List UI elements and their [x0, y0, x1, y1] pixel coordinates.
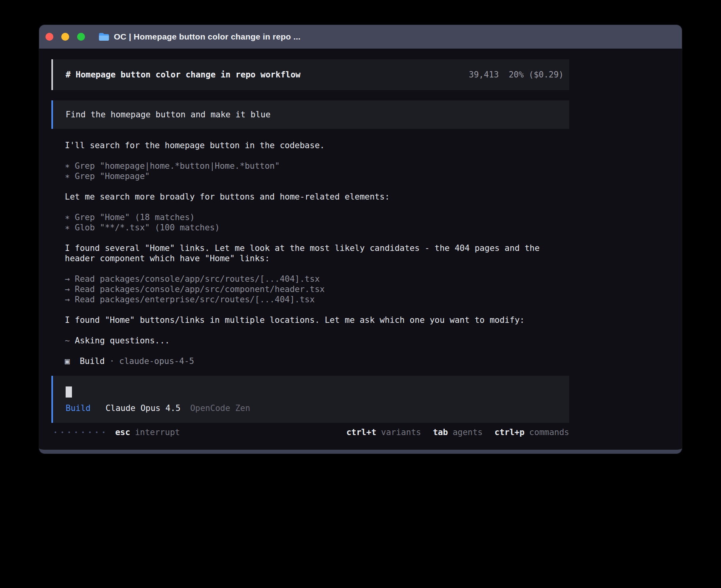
- agent-icon: ▣: [65, 356, 70, 366]
- prompt-input[interactable]: Build Claude Opus 4.5 OpenCode Zen: [51, 376, 569, 423]
- tool-call-line: → Read packages/enterprise/src/routes/[.…: [65, 294, 569, 305]
- tool-call-line: ∗ Grep "homepage|home.*button|Home.*butt…: [65, 161, 569, 171]
- status-prefix: ~: [65, 336, 75, 345]
- window-title: OC | Homepage button color change in rep…: [114, 32, 300, 41]
- text-cursor: [66, 386, 72, 398]
- tool-call-group: → Read packages/console/app/src/routes/[…: [65, 274, 569, 305]
- agent-model: claude-opus-4-5: [119, 356, 194, 366]
- input-meta: Build Claude Opus 4.5 OpenCode Zen: [66, 403, 557, 413]
- folder-icon: [98, 32, 109, 41]
- tool-call-line: ∗ Grep "Home" (18 matches): [65, 212, 569, 222]
- model-label: Claude Opus 4.5: [106, 403, 181, 413]
- esc-key-label: interrupt: [135, 427, 180, 437]
- titlebar[interactable]: OC | Homepage button color change in rep…: [39, 25, 682, 49]
- token-count: 39,413: [469, 70, 499, 80]
- spinner-dots: ••••••••: [54, 427, 109, 437]
- keybind-key: tab: [433, 428, 448, 437]
- keybind-hint: tabagents: [433, 428, 483, 437]
- status-text: Asking questions...: [75, 336, 170, 345]
- agent-separator: ·: [109, 356, 115, 366]
- session-header: # Homepage button color change in repo w…: [51, 59, 569, 90]
- minimize-button[interactable]: [61, 33, 69, 41]
- user-message-text: Find the homepage button and make it blu…: [66, 110, 270, 119]
- tool-call-line: → Read packages/console/app/src/componen…: [65, 284, 569, 294]
- statusbar: •••••••• esc interrupt ctrl+tvariantstab…: [51, 427, 569, 437]
- esc-key-hint: esc: [115, 427, 130, 437]
- agent-mode-label: Build: [66, 403, 91, 413]
- keybind-hint: ctrl+tvariants: [346, 428, 421, 437]
- tool-status-line: ~ Asking questions...: [65, 335, 569, 346]
- tool-call-line: → Read packages/console/app/src/routes/[…: [65, 274, 569, 284]
- keybind-hint: ctrl+pcommands: [495, 428, 569, 437]
- assistant-text: I found several "Home" links. Let me loo…: [65, 243, 569, 264]
- assistant-text: Let me search more broadly for buttons a…: [65, 192, 569, 202]
- keybind-key: ctrl+t: [346, 428, 376, 437]
- tool-call-group: ∗ Grep "Home" (18 matches)∗ Glob "**/*.t…: [65, 212, 569, 233]
- tool-call-line: ∗ Grep "Homepage": [65, 171, 569, 181]
- transcript: I'll search for the homepage button in t…: [51, 140, 569, 346]
- tool-call-group: ∗ Grep "homepage|home.*button|Home.*butt…: [65, 161, 569, 181]
- tool-call-line: ∗ Glob "**/*.tsx" (100 matches): [65, 222, 569, 233]
- keybind-label: variants: [381, 428, 421, 437]
- statusbar-hints: ctrl+tvariantstabagentsctrl+pcommands: [334, 427, 569, 437]
- input-line[interactable]: [66, 386, 557, 398]
- close-button[interactable]: [45, 33, 53, 41]
- session-stats: 39,413 20% ($0.29): [469, 70, 564, 80]
- user-message: Find the homepage button and make it blu…: [51, 100, 569, 129]
- assistant-text: I found "Home" buttons/links in multiple…: [65, 315, 569, 325]
- keybind-key: ctrl+p: [495, 428, 525, 437]
- agent-name: Build: [80, 356, 105, 366]
- session-title: # Homepage button color change in repo w…: [66, 70, 300, 80]
- assistant-text: I'll search for the homepage button in t…: [65, 140, 569, 151]
- context-usage: 20% ($0.29): [509, 70, 564, 80]
- provider-label: OpenCode Zen: [190, 403, 250, 413]
- keybind-label: agents: [453, 428, 483, 437]
- terminal-window: OC | Homepage button color change in rep…: [39, 25, 682, 454]
- statusbar-left: •••••••• esc interrupt: [51, 427, 180, 437]
- terminal-content: # Homepage button color change in repo w…: [39, 49, 682, 450]
- zoom-button[interactable]: [77, 33, 85, 41]
- agent-status-line: ▣ Build · claude-opus-4-5: [51, 356, 682, 366]
- keybind-label: commands: [529, 428, 569, 437]
